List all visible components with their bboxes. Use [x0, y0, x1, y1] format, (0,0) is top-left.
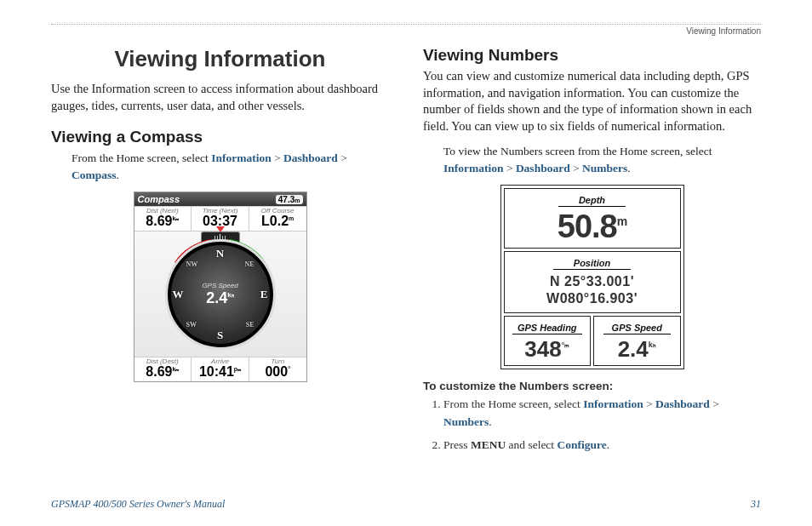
link-information: Information — [211, 152, 272, 164]
compass-header: Compass 47.3m — [134, 192, 306, 206]
heading-viewing-compass: Viewing a Compass — [51, 128, 389, 146]
gps-speed-box: GPS Speed 2.4kₕ — [593, 316, 681, 366]
customize-steps: From the Home screen, select Information… — [428, 396, 761, 455]
numbers-outer: Depth 50.8m Position N 25°33.001' W080°1… — [500, 185, 684, 369]
text: From the Home screen, select — [71, 152, 211, 164]
running-head: Viewing Information — [51, 26, 761, 36]
numbers-instruction: To view the Numbers screen from the Home… — [443, 143, 761, 176]
top-rule — [51, 24, 761, 25]
page-footer: GPSMAP 400/500 Series Owner's Manual 31 — [51, 498, 761, 511]
num: 000 — [265, 364, 288, 379]
gps-heading-value: 348°ₘ — [508, 338, 587, 360]
course-bug-icon — [216, 226, 225, 232]
value: 10:41pₘ — [192, 365, 249, 380]
heading-unit: m — [294, 197, 300, 203]
cardinal-se: SE — [246, 321, 254, 329]
separator: > — [340, 152, 347, 164]
link-compass: Compass — [71, 169, 117, 181]
position-lon: W080°16.903' — [508, 290, 677, 307]
dist-dest-cell: Dist (Dest) 8.69kₘ — [134, 357, 192, 381]
text: To view the Numbers screen from the Home… — [443, 145, 712, 157]
separator: > — [573, 162, 582, 174]
link-information: Information — [583, 397, 643, 410]
depth-label: Depth — [558, 195, 626, 207]
unit: kₘ — [172, 215, 179, 221]
num: 8.69 — [146, 364, 172, 379]
link-dashboard: Dashboard — [516, 162, 570, 174]
unit: ° — [288, 366, 290, 372]
center-label: GPS Speed — [191, 282, 250, 289]
separator: > — [506, 162, 516, 174]
page-title: Viewing Information — [51, 46, 389, 72]
heading-value: 47.3 — [278, 195, 294, 204]
text: and select — [509, 438, 558, 451]
compass-bottom-row: Dist (Dest) 8.69kₘ Arrive 10:41pₘ Turn 0… — [134, 357, 306, 381]
num: 8.69 — [146, 214, 172, 228]
unit: m — [289, 215, 294, 221]
position-label: Position — [553, 258, 631, 270]
position-box: Position N 25°33.001' W080°16.903' — [504, 251, 681, 313]
unit: kₕ — [649, 341, 656, 349]
unit: °ₘ — [562, 341, 570, 349]
compass-dial: N S E W NE NW SE SW GPS Speed 2.4kₕ — [165, 239, 276, 350]
compass-dial-area: N S E W NE NW SE SW GPS Speed 2.4kₕ — [134, 231, 306, 357]
right-column: Viewing Numbers You can view and customi… — [423, 39, 761, 460]
cardinal-s: S — [217, 329, 223, 342]
numbers-bottom-row: GPS Heading 348°ₘ GPS Speed 2.4kₕ — [504, 316, 681, 366]
separator: > — [712, 397, 719, 410]
link-dashboard: Dashboard — [283, 152, 338, 164]
unit: m — [617, 215, 626, 229]
depth-value: 50.8m — [508, 210, 677, 243]
two-column-layout: Viewing Information Use the Information … — [51, 39, 761, 460]
cardinal-e: E — [260, 288, 268, 301]
arrive-cell: Arrive 10:41pₘ — [192, 357, 249, 381]
gps-heading-box: GPS Heading 348°ₘ — [504, 316, 592, 366]
compass-center: GPS Speed 2.4kₕ — [191, 282, 250, 307]
manual-title: GPSMAP 400/500 Series Owner's Manual — [51, 498, 225, 511]
dist-next-cell: Dist (Next) 8.69kₘ — [134, 207, 192, 231]
customize-heading: To customize the Numbers screen: — [423, 380, 761, 392]
num: L0.2 — [261, 214, 289, 228]
value: 8.69kₘ — [134, 214, 192, 229]
text: From the Home screen, select — [443, 397, 583, 410]
step-1: From the Home screen, select Information… — [443, 396, 761, 432]
link-information: Information — [443, 162, 504, 174]
position-lat: N 25°33.001' — [508, 273, 677, 290]
numbers-screenshot: Depth 50.8m Position N 25°33.001' W080°1… — [500, 185, 684, 369]
link-configure: Configure — [558, 438, 607, 451]
unit: kₕ — [227, 291, 233, 299]
compass-heading-pill: 47.3m — [276, 195, 303, 204]
link-numbers: Numbers — [443, 415, 489, 428]
num: 348 — [524, 336, 561, 362]
cardinal-nw: NW — [186, 260, 198, 268]
cardinal-w: W — [173, 288, 184, 301]
center-value: 2.4kₕ — [191, 289, 250, 307]
gps-heading-label: GPS Heading — [512, 323, 582, 334]
value: L0.2m — [249, 214, 306, 229]
heading-viewing-numbers: Viewing Numbers — [423, 46, 761, 65]
step-2: Press MENU and select Configure. — [443, 437, 761, 455]
num: 2.4 — [206, 289, 227, 306]
manual-page: Viewing Information Viewing Information … — [0, 0, 812, 526]
separator: > — [274, 152, 283, 164]
cardinal-n: N — [216, 247, 224, 260]
value: 8.69kₘ — [134, 365, 192, 380]
compass-title: Compass — [138, 194, 180, 204]
gps-speed-value: 2.4kₕ — [598, 338, 677, 360]
intro-paragraph: Use the Information screen to access inf… — [51, 81, 389, 114]
numbers-paragraph: You can view and customize numerical dat… — [423, 68, 761, 134]
unit: kₘ — [172, 366, 179, 372]
off-course-cell: Off Course L0.2m — [249, 207, 306, 231]
compass-screenshot: Compass 47.3m Dist (Next) 8.69kₘ Time (N… — [134, 192, 307, 382]
left-column: Viewing Information Use the Information … — [51, 39, 389, 460]
menu-key: MENU — [471, 438, 506, 451]
text: Press — [443, 438, 471, 451]
value: 000° — [249, 365, 306, 380]
num: 10:41 — [199, 364, 234, 379]
separator: > — [646, 397, 655, 410]
cardinal-sw: SW — [186, 321, 197, 329]
cardinal-ne: NE — [244, 260, 254, 268]
page-number: 31 — [751, 498, 761, 511]
unit: pₘ — [234, 366, 241, 372]
link-numbers: Numbers — [582, 162, 627, 174]
